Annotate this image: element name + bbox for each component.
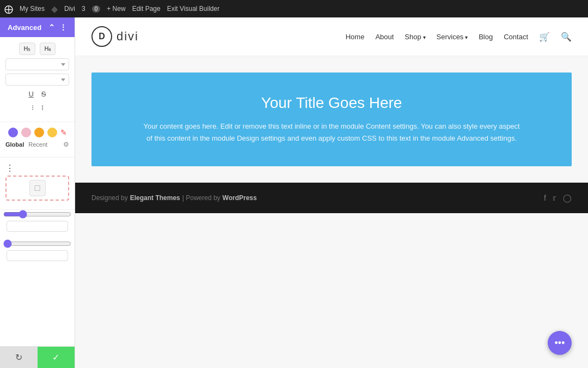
spacing-slider-section: 0px: [0, 239, 75, 266]
spacing-input[interactable]: 0px: [7, 250, 68, 261]
heading-section: H₅ H₆ Normal Italic Light Regular Bold: [0, 37, 75, 122]
admin-bar: ⨁ My Sites ◆ Divi 3 0 + New Edit Page Ex…: [0, 0, 588, 17]
divi-label: Divi: [64, 5, 75, 13]
main-layout: Advanced ⌃ ⋮ H₅ H₆ Normal Italic: [0, 0, 588, 368]
sidebar-bottom-buttons: ↻ ✓: [0, 346, 75, 368]
recent-tab[interactable]: Recent: [28, 141, 47, 148]
spacing-input-row: 0px: [3, 250, 71, 261]
exit-visual-builder-link[interactable]: Exit Visual Builder: [167, 5, 220, 13]
my-sites-label: My Sites: [20, 5, 45, 13]
format-row: U S: [5, 89, 69, 99]
color-preview-swatch[interactable]: □: [29, 180, 46, 196]
nav-shop[interactable]: Shop: [405, 33, 425, 41]
footer-elegant-themes-link[interactable]: Elegant Themes: [130, 194, 180, 202]
footer-left: Designed by Elegant Themes | Powered by …: [91, 194, 257, 202]
size-slider-section: 26px: [0, 210, 75, 236]
dot-menu-row: ⋮: [5, 163, 69, 173]
divi-comments: 3: [82, 5, 85, 13]
color-tabs: Global Recent ⚙: [5, 141, 69, 148]
color-preview-box: □: [5, 176, 69, 201]
edit-page-label: Edit Page: [132, 5, 161, 13]
site-footer: Designed by Elegant Themes | Powered by …: [75, 183, 588, 213]
save-icon: ✓: [52, 352, 59, 363]
footer-wordpress-link[interactable]: WordPress: [223, 194, 257, 202]
font-weight-row: Light Regular Bold: [5, 74, 69, 86]
hero-section: Your Title Goes Here Your content goes h…: [91, 73, 572, 166]
divi-link[interactable]: Divi: [64, 5, 75, 13]
hero-title: Your Title Goes Here: [124, 94, 539, 112]
comments-bubble[interactable]: 0: [92, 5, 101, 13]
cart-icon[interactable]: 🛒: [539, 32, 550, 42]
color-preview-section: ⋮ □: [0, 158, 75, 210]
align-row: ⁝ ⁞: [5, 102, 69, 113]
facebook-icon[interactable]: f: [544, 194, 546, 202]
save-button[interactable]: ✓: [38, 347, 75, 368]
logo-circle: D: [91, 26, 112, 47]
sidebar-title: Advanced: [8, 23, 41, 32]
color-pencil-icon[interactable]: ✎: [60, 128, 67, 137]
color-swatch-purple[interactable]: [8, 128, 18, 137]
align-center-button[interactable]: ⁞: [39, 102, 46, 113]
color-swatches-row: ✎: [5, 128, 69, 137]
hero-body-text: Your content goes here. Edit or remove t…: [141, 120, 522, 144]
sidebar-controls: ⌃ ⋮: [48, 23, 67, 32]
sidebar-panel: Advanced ⌃ ⋮ H₅ H₆ Normal Italic: [0, 17, 75, 368]
color-swatch-orange[interactable]: [34, 128, 44, 137]
logo-letter: D: [99, 32, 105, 41]
spacing-slider[interactable]: [3, 239, 71, 248]
footer-social-icons: f 𝕣 ◯: [544, 194, 572, 202]
search-icon[interactable]: 🔍: [561, 32, 572, 42]
footer-powered-by: | Powered by: [182, 194, 220, 202]
color-settings-icon[interactable]: ⚙: [63, 141, 69, 148]
my-sites-link[interactable]: My Sites: [20, 5, 45, 13]
underline-button[interactable]: U: [26, 89, 35, 99]
color-section: ✎ Global Recent ⚙: [0, 122, 75, 158]
font-style-select[interactable]: Normal Italic: [5, 58, 69, 70]
cancel-button[interactable]: ↻: [0, 347, 38, 368]
wordpress-icon[interactable]: ⨁: [4, 4, 13, 14]
nav-contact[interactable]: Contact: [504, 33, 528, 41]
collapse-icon[interactable]: ⌃: [48, 23, 55, 32]
nav-home[interactable]: Home: [346, 33, 365, 41]
comments-link[interactable]: 3: [82, 5, 85, 13]
site-logo: D divi: [91, 26, 139, 47]
instagram-icon[interactable]: ◯: [563, 194, 572, 202]
nav-about[interactable]: About: [375, 33, 394, 41]
nav-services[interactable]: Services: [437, 33, 468, 41]
size-input-row: 26px: [3, 221, 71, 232]
twitter-icon[interactable]: 𝕣: [553, 194, 556, 202]
nav-blog[interactable]: Blog: [479, 33, 493, 41]
color-swatch-yellow[interactable]: [47, 128, 57, 137]
main-content: D divi Home About Shop Services Blog Con…: [75, 17, 588, 368]
edit-page-link[interactable]: Edit Page: [132, 5, 161, 13]
h5-button[interactable]: H₅: [19, 43, 35, 55]
size-slider[interactable]: [3, 210, 71, 219]
color-swatch-pink[interactable]: [21, 128, 31, 137]
size-input[interactable]: 26px: [7, 221, 68, 232]
align-left-button[interactable]: ⁝: [29, 102, 36, 113]
heading-row: H₅ H₆: [5, 43, 69, 55]
h6-button[interactable]: H₆: [40, 43, 56, 55]
fab-button[interactable]: •••: [548, 331, 572, 355]
sidebar-header: Advanced ⌃ ⋮: [0, 17, 75, 37]
strikethrough-button[interactable]: S: [39, 89, 48, 99]
footer-designed-by: Designed by: [91, 194, 128, 202]
sidebar-options-icon[interactable]: ⋮: [59, 23, 67, 32]
site-header: D divi Home About Shop Services Blog Con…: [75, 17, 588, 56]
cancel-icon: ↻: [15, 352, 22, 363]
vertical-dots-icon[interactable]: ⋮: [5, 163, 14, 173]
new-post-link[interactable]: + New: [107, 5, 125, 13]
swatch-icon: □: [35, 183, 40, 193]
site-nav: Home About Shop Services Blog Contact 🛒 …: [346, 32, 572, 42]
fab-icon: •••: [555, 337, 565, 349]
logo-text: divi: [117, 29, 139, 44]
font-style-row: Normal Italic: [5, 58, 69, 70]
font-weight-select[interactable]: Light Regular Bold: [5, 74, 69, 86]
global-tab[interactable]: Global: [5, 141, 24, 148]
